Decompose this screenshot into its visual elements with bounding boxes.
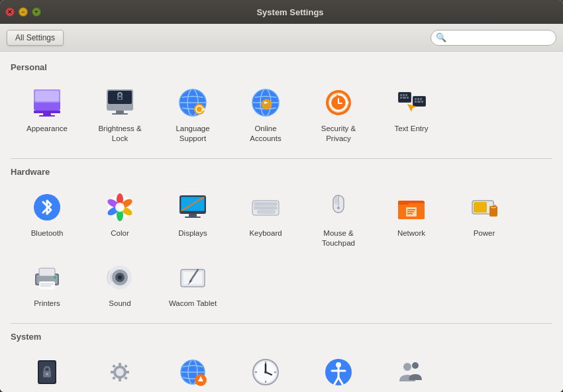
svg-rect-4	[43, 113, 51, 115]
svg-rect-117	[119, 377, 121, 381]
item-displays[interactable]: Displays	[156, 183, 229, 254]
item-online-accounts[interactable]: OnlineAccounts	[229, 79, 302, 149]
divider-system	[11, 323, 552, 324]
svg-point-105	[118, 275, 122, 279]
svg-point-146	[412, 362, 419, 369]
section-label-hardware: Hardware	[11, 167, 552, 177]
svg-rect-36	[403, 97, 406, 99]
svg-rect-69	[271, 203, 274, 205]
item-security-privacy[interactable]: Security &Privacy	[302, 79, 375, 149]
svg-rect-9	[112, 113, 128, 115]
item-brightness-lock[interactable]: Brightness &Lock	[83, 79, 156, 149]
svg-rect-72	[258, 207, 260, 209]
mouse-touchpad-label: Mouse &Touchpad	[322, 228, 355, 248]
item-keyboard[interactable]: Keyboard	[229, 183, 302, 254]
appearance-icon	[30, 85, 64, 120]
minimize-button[interactable]: −	[19, 7, 28, 17]
svg-rect-119	[125, 371, 129, 373]
search-box: 🔍	[431, 30, 556, 46]
item-network[interactable]: Network	[375, 183, 448, 254]
color-icon	[103, 190, 137, 224]
search-input[interactable]	[431, 30, 556, 46]
svg-rect-78	[258, 211, 275, 213]
hardware-grid: Bluetooth Color	[11, 183, 552, 314]
displays-label: Displays	[178, 228, 207, 238]
svg-rect-45	[421, 101, 423, 103]
svg-rect-68	[268, 203, 270, 205]
svg-rect-3	[34, 111, 60, 113]
bluetooth-label: Bluetooth	[31, 228, 64, 238]
svg-rect-60	[189, 214, 197, 217]
sound-label: Sound	[109, 299, 130, 309]
item-appearance[interactable]: Appearance	[11, 79, 83, 149]
svg-point-55	[115, 203, 125, 212]
item-mouse-touchpad[interactable]: Mouse &Touchpad	[302, 183, 375, 254]
svg-rect-33	[403, 94, 405, 96]
close-button[interactable]: ✕	[5, 7, 15, 17]
search-icon: 🔍	[436, 32, 446, 42]
svg-rect-41	[417, 98, 419, 100]
svg-rect-67	[264, 203, 267, 205]
svg-rect-32	[400, 94, 402, 96]
svg-rect-97	[39, 268, 55, 276]
item-user-accounts[interactable]: UserAccounts	[375, 348, 448, 392]
svg-rect-11	[119, 97, 121, 99]
svg-rect-34	[405, 94, 407, 96]
keyboard-label: Keyboard	[249, 228, 282, 238]
item-details[interactable]: Details	[83, 348, 156, 392]
brightness-lock-icon	[103, 85, 137, 120]
brightness-lock-label: Brightness &Lock	[98, 124, 141, 144]
item-color[interactable]: Color	[83, 183, 156, 254]
svg-rect-116	[119, 363, 121, 367]
svg-point-101	[54, 276, 56, 279]
svg-rect-87	[407, 209, 415, 211]
svg-rect-18	[201, 109, 205, 111]
item-bluetooth[interactable]: Bluetooth	[11, 183, 83, 254]
language-support-icon	[176, 85, 210, 120]
item-time-date[interactable]: Time & Date	[229, 348, 302, 392]
svg-rect-75	[268, 207, 270, 209]
universal-access-icon	[321, 355, 356, 389]
svg-rect-43	[415, 101, 417, 103]
item-sound[interactable]: Sound	[83, 254, 156, 314]
power-label: Power	[474, 228, 495, 238]
section-label-system: System	[11, 332, 552, 342]
personal-grid: Appearance Brightnes	[11, 79, 552, 149]
printers-icon	[30, 260, 64, 295]
svg-rect-66	[261, 203, 264, 205]
maximize-button[interactable]: +	[32, 7, 41, 17]
svg-rect-19	[203, 108, 205, 109]
item-language-support[interactable]: LanguageSupport	[156, 79, 229, 149]
wacom-tablet-icon	[176, 260, 210, 295]
system-settings-window: ✕ − + System Settings All Settings 🔍 Per…	[0, 0, 563, 392]
appearance-label: Appearance	[26, 124, 68, 134]
text-entry-icon	[394, 85, 429, 120]
item-text-entry[interactable]: Text Entry	[375, 79, 448, 149]
svg-rect-64	[254, 203, 257, 205]
item-wacom-tablet[interactable]: Wacom Tablet	[156, 254, 229, 314]
svg-point-82	[337, 207, 340, 209]
svg-rect-70	[274, 203, 277, 205]
color-label: Color	[111, 228, 128, 238]
svg-rect-92	[474, 202, 487, 213]
main-content: Personal Appearance	[0, 52, 563, 392]
svg-rect-73	[261, 207, 264, 209]
svg-rect-65	[258, 203, 260, 205]
item-backups[interactable]: Backups	[11, 348, 83, 392]
item-power[interactable]: Power	[448, 183, 521, 254]
svg-rect-35	[400, 97, 402, 99]
power-icon	[467, 190, 501, 224]
backups-icon	[30, 355, 64, 389]
svg-rect-99	[40, 283, 54, 285]
network-label: Network	[397, 228, 425, 238]
svg-rect-40	[415, 98, 417, 100]
svg-rect-8	[116, 111, 124, 113]
all-settings-button[interactable]: All Settings	[7, 30, 64, 46]
item-software-updates[interactable]: Software &Updates	[156, 348, 229, 392]
item-universal-access[interactable]: UniversalAccess	[302, 348, 375, 392]
wacom-tablet-label: Wacom Tablet	[169, 299, 217, 309]
item-printers[interactable]: Printers	[11, 254, 83, 314]
displays-icon	[176, 190, 210, 224]
window-title: System Settings	[45, 7, 535, 17]
security-privacy-icon	[321, 85, 356, 120]
